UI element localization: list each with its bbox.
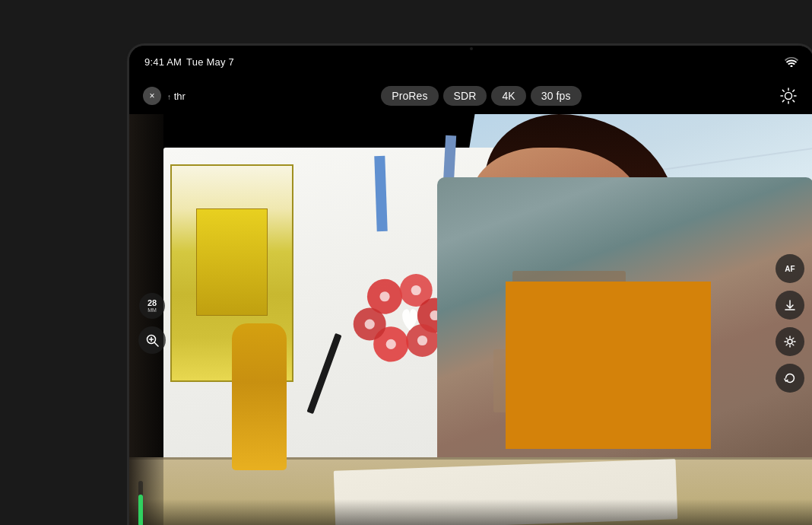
camera-scene: 28 MM A	[129, 114, 812, 525]
reset-button[interactable]	[776, 364, 804, 393]
svg-point-12	[365, 319, 375, 329]
toolbar-center: ProRes SDR 4K 30 fps	[381, 86, 581, 106]
svg-point-0	[785, 93, 792, 100]
camera-notch	[441, 46, 502, 52]
svg-point-17	[788, 339, 792, 344]
status-left: 9:41 AM Tue May 7	[144, 56, 234, 68]
yellow-lamp	[232, 323, 287, 470]
sdr-pill[interactable]: SDR	[443, 86, 487, 106]
toolbar-right	[777, 84, 800, 107]
mode-indicator: ↑ thr	[167, 91, 186, 102]
person-shirt	[506, 282, 711, 449]
svg-point-10	[417, 335, 427, 345]
svg-line-14	[155, 343, 159, 347]
fps-pill[interactable]: 30 fps	[531, 86, 582, 106]
settings-icon	[780, 88, 797, 104]
zoom-icon	[145, 333, 159, 347]
toolbar-left: × ↑ thr	[143, 87, 186, 105]
autofocus-button[interactable]: AF	[776, 254, 804, 283]
wifi-status	[785, 56, 798, 67]
download-icon	[784, 299, 796, 311]
svg-point-11	[386, 339, 396, 348]
ipad-device: 9:41 AM Tue May 7 × ↑ thr ProRes SDR 4K …	[129, 46, 812, 525]
time-display: 9:41 AM	[144, 56, 182, 68]
prores-pill[interactable]: ProRes	[381, 86, 438, 106]
wifi-icon	[785, 56, 798, 67]
focal-unit: MM	[147, 307, 157, 313]
focal-length-badge[interactable]: 28 MM	[139, 293, 165, 319]
date-display: Tue May 7	[186, 56, 234, 68]
brightness-button[interactable]	[776, 327, 804, 356]
svg-line-24	[793, 338, 794, 339]
settings-button[interactable]	[777, 84, 800, 107]
svg-point-7	[379, 291, 389, 301]
close-button[interactable]: ×	[143, 87, 161, 105]
focal-number: 28	[147, 298, 157, 307]
svg-point-8	[411, 285, 421, 294]
viewfinder[interactable]: 28 MM A	[129, 114, 812, 525]
download-button[interactable]	[776, 291, 804, 320]
svg-line-23	[793, 345, 794, 345]
af-label: AF	[785, 265, 795, 273]
camera-dot	[470, 47, 473, 50]
4k-pill[interactable]: 4K	[491, 86, 525, 106]
svg-line-22	[786, 338, 787, 339]
right-camera-controls[interactable]: AF	[776, 254, 804, 393]
bottom-vignette	[129, 499, 812, 525]
svg-line-25	[786, 345, 787, 345]
camera-toolbar: × ↑ thr ProRes SDR 4K 30 fps	[129, 78, 812, 114]
reset-icon	[784, 372, 796, 384]
zoom-button[interactable]	[138, 326, 166, 354]
brightness-icon	[784, 336, 796, 348]
left-camera-controls[interactable]: 28 MM	[138, 293, 166, 354]
